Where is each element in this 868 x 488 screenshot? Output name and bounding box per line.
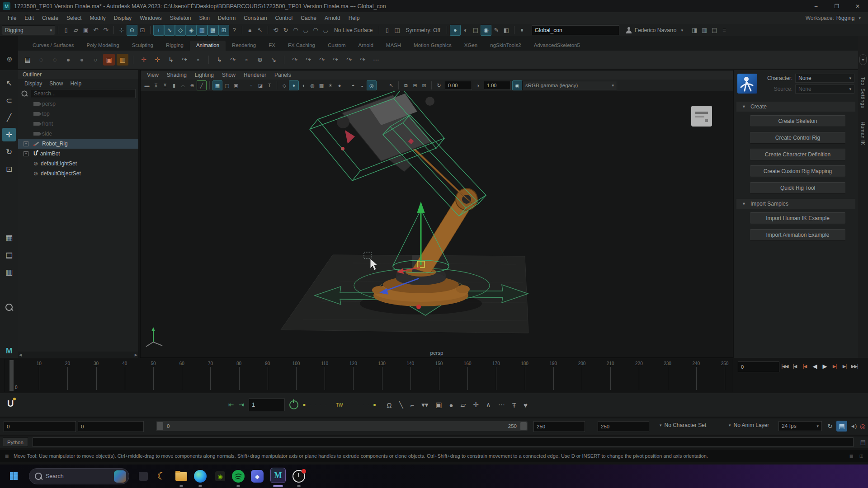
- anim-snapshot-icon[interactable]: ◌: [35, 54, 47, 66]
- paint-effects-icon[interactable]: ✎: [491, 25, 501, 35]
- menu-item[interactable]: Skeleton: [166, 15, 195, 21]
- ghost-icon[interactable]: ↷: [343, 54, 355, 66]
- timeline-tick[interactable]: 160: [458, 360, 476, 391]
- shelf-tab[interactable]: Custom: [321, 41, 352, 51]
- timeline-tick[interactable]: 170: [487, 360, 505, 391]
- animbot-frame-field[interactable]: 1: [249, 399, 285, 411]
- shelf-tab[interactable]: ngSkinTools2: [484, 41, 527, 51]
- scroll-right-icon[interactable]: ▶: [135, 353, 137, 357]
- current-frame-field[interactable]: 0: [738, 361, 779, 372]
- menu-item[interactable]: Constrain: [240, 15, 271, 21]
- select-component-icon[interactable]: ⊡: [137, 25, 147, 35]
- timeline-tick[interactable]: 50: [144, 360, 162, 391]
- play-forward-button[interactable]: ▶: [820, 361, 829, 371]
- lighting-all-icon[interactable]: ☀: [326, 81, 335, 90]
- timeline-tick[interactable]: 130: [373, 360, 391, 391]
- snap-grid-icon[interactable]: +: [153, 25, 164, 36]
- quick-selection-field[interactable]: Global_con: [532, 25, 619, 35]
- pointer-icon[interactable]: ↘: [268, 54, 279, 66]
- ghost-icon[interactable]: ↷: [330, 54, 341, 66]
- outliner-item[interactable]: + top: [18, 109, 138, 119]
- previous-key-button[interactable]: |◀: [800, 361, 809, 371]
- fps-dropdown[interactable]: 24 fps▾: [778, 421, 822, 431]
- exposure-field[interactable]: 0.00: [445, 81, 472, 90]
- symmetry-axis-icon[interactable]: ◫: [392, 25, 402, 35]
- viewport-panel[interactable]: ViewShadingLightingShowRendererPanels ▬ …: [140, 70, 733, 358]
- sidebar-toggle-channel-box-icon[interactable]: ▤: [709, 25, 719, 35]
- select-hierarchy-icon[interactable]: ⊹: [117, 25, 127, 35]
- timeline-tick[interactable]: 210: [601, 360, 619, 391]
- colorspace-dropdown[interactable]: sRGB gamma (legacy) ▾: [522, 81, 617, 90]
- step-back-icon[interactable]: ⇤: [228, 401, 234, 409]
- curve-arrow-icon[interactable]: ↷: [179, 54, 190, 66]
- anim-layer-dropdown[interactable]: ▾No Anim Layer: [727, 422, 769, 428]
- outliner-item[interactable]: + ⊚ defaultLightSet: [18, 159, 138, 169]
- expand-toggle-icon[interactable]: +: [24, 141, 28, 146]
- range-slider-track[interactable]: 0 250: [156, 421, 528, 431]
- step-curve-icon[interactable]: ⌐: [410, 401, 415, 409]
- surface-icon[interactable]: ◡: [301, 25, 311, 35]
- nvidia-app-icon[interactable]: ◉: [212, 469, 228, 484]
- viewport-menu-item[interactable]: Shading: [163, 72, 190, 78]
- outliner-item[interactable]: + Robot_Rig: [18, 139, 138, 149]
- playblast-icon[interactable]: ▤: [22, 54, 33, 66]
- occlusion-icon[interactable]: ◒: [358, 81, 367, 90]
- image-plane-icon[interactable]: ⌓: [179, 81, 188, 90]
- menu-item[interactable]: Edit: [20, 15, 38, 21]
- save-scene-icon[interactable]: ▣: [81, 25, 91, 35]
- edge-browser-icon[interactable]: [193, 469, 208, 484]
- menu-item[interactable]: Skin: [195, 15, 214, 21]
- timeline-tick[interactable]: 10: [30, 360, 48, 391]
- exposure-icon[interactable]: ◍: [308, 81, 317, 90]
- create-control-rig-button[interactable]: Create Control Rig: [750, 132, 845, 144]
- timeline-tick[interactable]: 140: [401, 360, 420, 391]
- source-dropdown[interactable]: None▾: [795, 84, 854, 94]
- go-to-end-button[interactable]: ▶▶|: [850, 361, 859, 371]
- outliner-menu-item[interactable]: Show: [47, 80, 66, 87]
- 2d-pan-zoom-icon[interactable]: ⊕: [188, 81, 197, 90]
- lighting-default-icon[interactable]: ●: [335, 81, 344, 90]
- zoom-tool-icon[interactable]: [2, 301, 16, 314]
- timeline-tick[interactable]: 40: [116, 360, 134, 391]
- shadow-toggle-icon[interactable]: ◓: [349, 81, 358, 90]
- shelf-tab[interactable]: Poly Modeling: [80, 41, 125, 51]
- timeline-tick[interactable]: 70: [201, 360, 219, 391]
- select-tool[interactable]: ↖: [2, 76, 16, 90]
- menu-item[interactable]: Modify: [85, 15, 109, 21]
- playback-end-field[interactable]: 250: [598, 421, 649, 432]
- timeline-tick[interactable]: 110: [316, 360, 334, 391]
- motion-trail2-icon[interactable]: ✛: [151, 54, 163, 66]
- menu-item[interactable]: Create: [38, 15, 62, 21]
- timeline-tick[interactable]: 190: [544, 360, 562, 391]
- anti-alias-icon[interactable]: ◎: [367, 80, 377, 90]
- viewport-menu-item[interactable]: Panels: [271, 72, 295, 78]
- step-back-frame-button[interactable]: |◀: [790, 361, 799, 371]
- weather-widget[interactable]: ☾: [154, 469, 169, 484]
- select-box-icon[interactable]: ▣: [435, 401, 442, 409]
- step-arrow-icon[interactable]: ↳: [165, 54, 177, 66]
- lock-icon[interactable]: 🔒︎: [245, 25, 255, 35]
- outliner-item[interactable]: + ⊚ defaultObjectSet: [18, 169, 138, 178]
- outliner-item[interactable]: + U animBot: [18, 149, 138, 159]
- close-button[interactable]: ✕: [847, 0, 868, 12]
- quick-rig-tool-button[interactable]: Quick Rig Tool: [750, 182, 845, 194]
- keyframe-icon[interactable]: ◠: [291, 25, 301, 35]
- rotate-tool[interactable]: ↻: [2, 145, 16, 159]
- undo-icon[interactable]: ↶: [91, 25, 101, 35]
- playback-loop-icon[interactable]: ↻: [825, 421, 835, 432]
- sidebar-toggle-tool-settings-icon[interactable]: ▥: [699, 25, 709, 35]
- timeline-tick[interactable]: 90: [259, 360, 277, 391]
- more-icon[interactable]: ⋯: [370, 54, 382, 66]
- graph-icon[interactable]: ▥: [117, 54, 128, 66]
- outliner-scrollbar[interactable]: ◀ ▶: [18, 352, 138, 358]
- anim-snapshot2-icon[interactable]: ◌: [49, 54, 61, 66]
- modeling-toolkit-icon[interactable]: M: [2, 345, 16, 358]
- range-end-handle[interactable]: [520, 422, 527, 430]
- dashed-box2-icon[interactable]: ▫: [241, 54, 252, 66]
- use-default-material-icon[interactable]: ▫: [247, 81, 256, 90]
- record-icon[interactable]: ◎: [857, 421, 868, 432]
- timeline-ruler[interactable]: 0 10203040506070809010011012013014015016…: [5, 359, 732, 392]
- select-camera-icon[interactable]: ▬: [142, 81, 151, 90]
- start-button[interactable]: [10, 472, 18, 480]
- field-chart-icon[interactable]: ⊠: [420, 81, 429, 90]
